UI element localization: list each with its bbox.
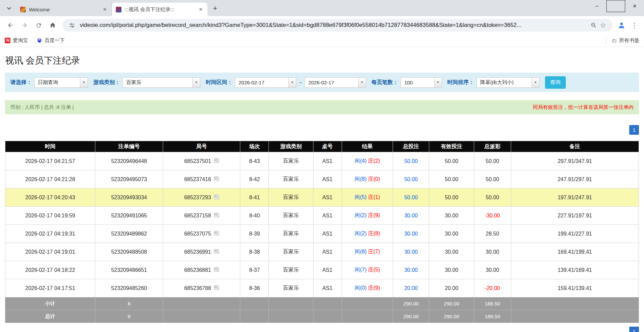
replay-icon[interactable]: [214, 158, 219, 164]
cell-total-bet[interactable]: 30.00: [393, 243, 429, 261]
zoom-icon[interactable]: [589, 20, 598, 30]
chevron-down-icon[interactable]: ▼: [358, 78, 366, 87]
cell-payout: -30.00: [474, 207, 511, 225]
date-to-select[interactable]: 2026-02-17 ▼: [305, 77, 366, 88]
cell-total-bet[interactable]: 20.00: [393, 279, 429, 297]
sum-empty: [240, 310, 269, 323]
cell-remark: 139.41/169.41: [511, 261, 639, 279]
replay-icon[interactable]: [214, 213, 219, 219]
result-banker: 庄(0): [368, 176, 380, 182]
close-window-button[interactable]: ✕: [625, 0, 644, 12]
address-bar[interactable]: videoie.com/ipl/portal.php/game/betrecor…: [62, 19, 612, 32]
site-settings-icon[interactable]: [67, 20, 77, 30]
date-from-value: 2026-02-17: [235, 78, 288, 87]
cell-bet-id: 523209493034: [95, 189, 163, 207]
tab-close-icon[interactable]: ✕: [101, 6, 108, 13]
result-banker: 庄(8): [368, 231, 380, 236]
game-type-select[interactable]: 百家乐 ▼: [122, 77, 200, 88]
cell-result: 闲(8) 庄(0): [342, 170, 393, 189]
tab-close-icon[interactable]: ✕: [197, 6, 204, 13]
replay-icon[interactable]: [214, 285, 219, 291]
sort-order-select[interactable]: 降幂(由大到小) ▼: [477, 77, 540, 88]
replay-icon[interactable]: [214, 249, 219, 255]
cell-total-bet[interactable]: 30.00: [393, 207, 429, 225]
chevron-down-icon[interactable]: ▼: [532, 78, 539, 87]
replay-icon[interactable]: [214, 176, 219, 182]
currency-summary-text: 币别 : 人民币 | 总共 :8 注单 |: [10, 104, 74, 111]
result-player: 闲(2): [355, 212, 367, 218]
page-title: 视讯 会员下注纪录: [5, 54, 639, 67]
chevron-down-icon[interactable]: ▼: [434, 78, 442, 87]
replay-icon[interactable]: [214, 195, 219, 201]
cell-round-id: 685236881: [163, 261, 240, 279]
cell-total-bet[interactable]: 30.00: [393, 225, 429, 243]
sum-label: 小计: [5, 297, 95, 310]
chevron-down-icon[interactable]: ▼: [192, 78, 200, 87]
cell-table-no: AS1: [313, 279, 342, 297]
column-header-9: 总派彩: [474, 141, 511, 152]
column-header-5: 桌号: [313, 141, 342, 152]
back-button[interactable]: [4, 19, 17, 32]
cell-session: 8-37: [240, 261, 269, 279]
date-from-select[interactable]: 2026-02-17 ▼: [235, 77, 296, 88]
page-button-1[interactable]: 1: [629, 327, 639, 332]
bookmark-baidu[interactable]: 百度一下: [37, 37, 65, 44]
new-tab-button[interactable]: +: [210, 3, 220, 13]
sum-empty: [313, 297, 342, 310]
query-type-value: 日期查询: [35, 78, 80, 87]
sum-valid-bet: 290.00: [429, 310, 474, 323]
query-type-select[interactable]: 日期查询 ▼: [34, 77, 88, 88]
cell-total-bet[interactable]: 50.00: [393, 170, 429, 189]
cell-time: 2026-02-17 04:19:59: [5, 207, 95, 225]
cell-round-id: 685237158: [163, 207, 240, 225]
cell-total-bet[interactable]: 50.00: [393, 189, 429, 207]
maximize-button[interactable]: [606, 0, 625, 12]
cell-bet-id: 523209489862: [95, 225, 163, 243]
bookmark-aitaobao[interactable]: 淘 爱淘宝: [5, 37, 28, 44]
result-player: 闲(4): [355, 158, 367, 164]
cell-payout: 50.00: [474, 189, 511, 207]
chevron-down-icon[interactable]: ▼: [288, 78, 296, 87]
round-number: 685236788: [184, 285, 211, 291]
minimize-button[interactable]: ─: [588, 0, 606, 12]
cell-game-type: 百家乐: [269, 207, 313, 225]
date-range-label: 时间区间：: [206, 79, 233, 86]
replay-icon[interactable]: [214, 231, 219, 237]
profile-avatar-icon[interactable]: [615, 19, 628, 32]
cell-total-bet[interactable]: 50.00: [393, 152, 429, 170]
cell-session: 8-43: [240, 152, 269, 170]
tab-search-chevron-icon[interactable]: [3, 3, 15, 14]
cell-session: 8-36: [240, 279, 269, 297]
page-button-1[interactable]: 1: [629, 125, 639, 135]
replay-icon[interactable]: [214, 267, 219, 273]
cell-game-type: 百家乐: [269, 243, 313, 261]
sum-empty: [269, 310, 313, 323]
bookmarks-bar: 淘 爱淘宝 百度一下 🗀 所有书签: [0, 34, 644, 47]
game-type-label: 游戏类别：: [93, 79, 120, 86]
cell-game-type: 百家乐: [269, 225, 313, 243]
cell-round-id: 685237416: [163, 170, 240, 189]
chevron-down-icon[interactable]: ▼: [80, 78, 88, 87]
forward-button[interactable]: [18, 19, 31, 32]
url-text[interactable]: videoie.com/ipl/portal.php/game/betrecor…: [80, 22, 589, 29]
browser-menu-icon[interactable]: ⋮: [628, 19, 641, 32]
cell-total-bet[interactable]: 30.00: [393, 261, 429, 279]
date-separator: ~: [299, 80, 302, 85]
window-controls: ─ ✕: [588, 0, 644, 12]
round-number: 685237293: [184, 195, 211, 200]
sum-empty: [342, 310, 393, 323]
home-button[interactable]: [46, 19, 59, 32]
cell-valid-bet: 30.00: [429, 243, 474, 261]
search-button[interactable]: 查询: [545, 76, 566, 89]
sum-payout: 188.50: [474, 310, 511, 323]
all-bookmarks[interactable]: 🗀 所有书签: [606, 37, 639, 44]
per-page-select[interactable]: 100 ▼: [401, 77, 442, 88]
cell-bet-id: 523209486651: [95, 261, 163, 279]
round-number: 685236991: [184, 249, 211, 255]
tab-welcome[interactable]: Welcome ✕: [16, 3, 112, 16]
tab-bet-records[interactable]: :::视讯 会员下注纪录::: ✕: [112, 3, 207, 16]
bookmark-star-icon[interactable]: ☆: [598, 20, 608, 30]
refresh-button[interactable]: [32, 19, 45, 32]
date-to-value: 2026-02-17: [305, 78, 358, 87]
table-row: 2026-02-17 04:21:28523209495073685237416…: [5, 170, 639, 189]
